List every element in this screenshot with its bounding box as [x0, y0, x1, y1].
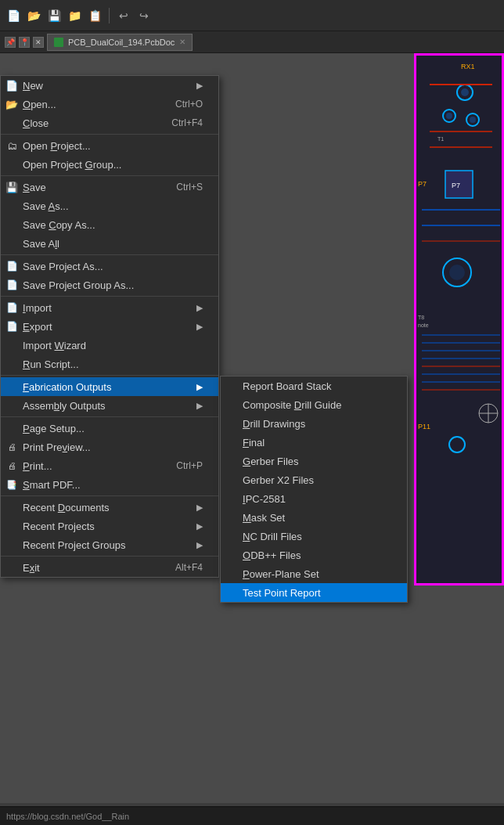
svg-text:P7: P7 [452, 182, 460, 189]
svg-text:T1: T1 [437, 136, 444, 142]
report-board-stack-label: Report Board Stack [243, 380, 331, 392]
tab-icon [54, 38, 63, 47]
doc-icon3: 📄 [4, 302, 20, 313]
pdf-icon: 📑 [4, 480, 20, 490]
undo-icon[interactable]: ↩ [115, 7, 132, 24]
assembly-arrow: ▶ [196, 401, 203, 411]
submenu-gerber-files[interactable]: Gerber Files [221, 452, 407, 470]
menu-page-setup[interactable]: Page Setup... [1, 419, 218, 438]
doc-icon2: 📄 [4, 279, 20, 290]
tab-close-btn[interactable]: ✕ [33, 37, 44, 48]
sep2 [1, 175, 218, 176]
submenu-odb-files[interactable]: ODB++ Files [221, 546, 407, 564]
recent-pg-arrow: ▶ [196, 540, 203, 550]
svg-point-2 [461, 88, 469, 96]
menu-import[interactable]: 📄 Import ▶ [1, 298, 218, 317]
menu-fabrication-outputs[interactable]: Fabrication Outputs ▶ Report Board Stack… [1, 377, 218, 396]
import-arrow: ▶ [196, 303, 203, 313]
menu-run-script[interactable]: Run Script... [1, 355, 218, 373]
sep4 [1, 296, 218, 297]
open-icon: 📂 [4, 99, 20, 110]
toolbar: 📄 📂 💾 📁 📋 ↩ ↪ [0, 0, 504, 31]
menu-print[interactable]: 🖨 Print... Ctrl+P [1, 456, 218, 475]
sep6 [1, 416, 218, 417]
menu-save-as[interactable]: Save As... [1, 196, 218, 215]
recent-projects-arrow: ▶ [196, 521, 203, 531]
menu-print-preview[interactable]: 🖨 Print Preview... [1, 438, 218, 456]
new-icon[interactable]: 📄 [5, 7, 22, 24]
svg-text:T8: T8 [418, 315, 424, 320]
tab-filename: PCB_DualCoil_194.PcbDoc [68, 38, 175, 47]
sep7 [1, 495, 218, 496]
menu-exit[interactable]: Exit Alt+F4 [1, 558, 218, 577]
new-file-icon: 📄 [4, 80, 20, 92]
svg-point-6 [470, 117, 476, 123]
print-icon: 🖨 [4, 461, 20, 470]
open-folder-icon[interactable]: 📂 [25, 7, 42, 24]
recent-docs-arrow: ▶ [196, 503, 203, 513]
doc-icon1: 📄 [4, 261, 20, 272]
menu-export[interactable]: 📄 Export ▶ [1, 317, 218, 336]
svg-point-18 [449, 265, 465, 280]
open-file-icon[interactable]: 📁 [66, 7, 83, 24]
new-arrow: ▶ [196, 81, 203, 91]
file-menu: 📄 New ▶ 📂 Open... Ctrl+O Close Ctrl+F4 🗂… [0, 75, 219, 578]
menu-open-project-group[interactable]: Open Project Group... [1, 155, 218, 174]
svg-point-30 [449, 437, 465, 452]
sep5 [1, 375, 218, 376]
submenu-report-board-stack[interactable]: Report Board Stack [221, 376, 407, 395]
tab-lock-btn[interactable]: 📌 [5, 37, 16, 48]
sep3 [1, 254, 218, 255]
menu-recent-projects[interactable]: Recent Projects ▶ [1, 517, 218, 535]
menu-open-project[interactable]: 🗂 Open Project... [1, 136, 218, 155]
svg-point-4 [446, 113, 452, 119]
submenu-nc-drill-files[interactable]: NC Drill Files [221, 527, 407, 546]
menu-recent-documents[interactable]: Recent Documents ▶ [1, 498, 218, 517]
save-icon[interactable]: 💾 [45, 7, 63, 24]
svg-text:RX1: RX1 [461, 63, 475, 70]
statusbar: https://blog.csdn.net/God__Rain [0, 806, 504, 825]
recent-icon[interactable]: 📋 [86, 7, 103, 24]
save-menu-icon: 💾 [4, 182, 20, 193]
submenu-test-point-report[interactable]: Test Point Report [221, 583, 407, 602]
fabrication-arrow: ▶ [196, 382, 203, 392]
menu-save-copy-as[interactable]: Save Copy As... [1, 215, 218, 234]
menu-save-project-group-as[interactable]: 📄 Save Project Group As... [1, 276, 218, 294]
sep1 [1, 134, 218, 135]
main-tab[interactable]: PCB_DualCoil_194.PcbDoc ✕ [47, 34, 193, 51]
svg-text:P7: P7 [418, 180, 427, 188]
sep8 [1, 556, 218, 557]
menu-assembly-outputs[interactable]: Assembly Outputs ▶ [1, 396, 218, 415]
pcb-board: RX1 T1 P7 P7 [414, 53, 504, 585]
redo-icon[interactable]: ↪ [135, 7, 153, 24]
svg-text:note: note [418, 322, 429, 328]
tab-close-x[interactable]: ✕ [179, 38, 185, 46]
submenu-composite-drill-guide[interactable]: Composite Drill Guide [221, 395, 407, 414]
menu-import-wizard[interactable]: Import Wizard [1, 336, 218, 355]
test-point-report-label: Test Point Report [243, 587, 321, 599]
project-icon: 🗂 [4, 140, 20, 152]
menu-smart-pdf[interactable]: 📑 Smart PDF... [1, 475, 218, 494]
submenu-ipc2581[interactable]: IPC-2581 [221, 489, 407, 508]
menu-recent-project-groups[interactable]: Recent Project Groups ▶ [1, 535, 218, 554]
submenu-mask-set[interactable]: Mask Set [221, 508, 407, 527]
tab-pin-btn[interactable]: 📍 [19, 37, 30, 48]
submenu-drill-drawings[interactable]: Drill Drawings [221, 414, 407, 433]
menu-new[interactable]: 📄 New ▶ [1, 76, 218, 95]
menu-open[interactable]: 📂 Open... Ctrl+O [1, 95, 218, 113]
menu-save-project-as[interactable]: 📄 Save Project As... [1, 257, 218, 276]
submenu-final[interactable]: Final [221, 433, 407, 452]
svg-text:P11: P11 [418, 423, 430, 431]
menu-save-all[interactable]: Save All [1, 234, 218, 253]
doc-icon4: 📄 [4, 321, 20, 332]
fabrication-submenu: Report Board Stack Composite Drill Guide… [220, 376, 408, 603]
menu-save[interactable]: 💾 Save Ctrl+S [1, 178, 218, 196]
status-text: https://blog.csdn.net/God__Rain [6, 812, 129, 821]
menu-close[interactable]: Close Ctrl+F4 [1, 113, 218, 132]
separator [109, 8, 110, 23]
tabbar: 📌 📍 ✕ PCB_DualCoil_194.PcbDoc ✕ [0, 31, 504, 53]
submenu-gerber-x2-files[interactable]: Gerber X2 Files [221, 470, 407, 489]
submenu-power-plane-set[interactable]: Power-Plane Set [221, 564, 407, 583]
print-preview-icon: 🖨 [4, 442, 20, 452]
recent-projects-label: Recent Projects [23, 521, 95, 532]
